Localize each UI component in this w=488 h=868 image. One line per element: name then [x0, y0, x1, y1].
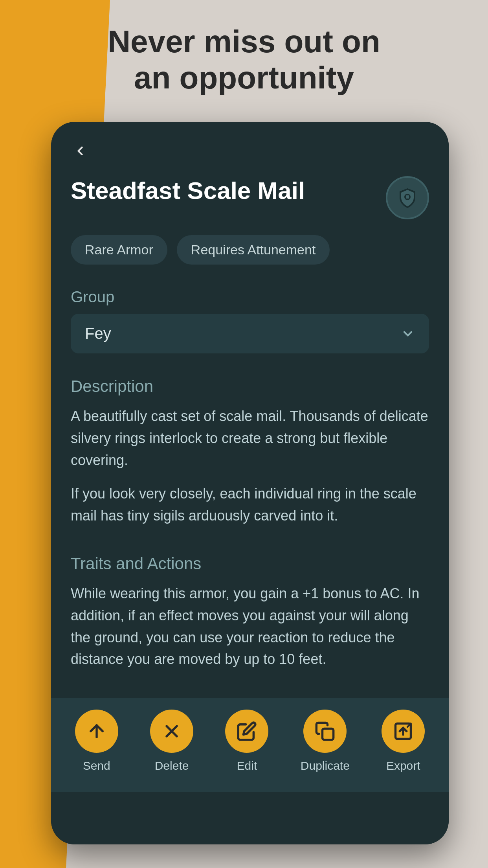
send-label: Send: [83, 759, 110, 772]
edit-button-circle[interactable]: [225, 710, 268, 753]
back-arrow-icon[interactable]: [71, 142, 90, 160]
export-button-circle[interactable]: [382, 710, 425, 753]
description-label: Description: [71, 377, 429, 396]
back-button[interactable]: [51, 122, 449, 168]
svg-rect-4: [323, 729, 334, 740]
duplicate-label: Duplicate: [301, 759, 350, 772]
export-label: Export: [386, 759, 420, 772]
item-title: Steadfast Scale Mail: [71, 176, 386, 205]
group-label: Group: [71, 288, 429, 306]
chevron-down-icon: [401, 327, 415, 341]
duplicate-action[interactable]: Duplicate: [301, 710, 350, 772]
send-icon: [86, 721, 107, 741]
badges-row: Rare Armor Requires Attunement: [51, 231, 449, 280]
group-dropdown-value: Fey: [85, 325, 111, 342]
armor-icon: [395, 185, 420, 210]
export-action[interactable]: Export: [382, 710, 425, 772]
export-icon: [393, 721, 413, 741]
duplicate-icon: [315, 721, 335, 741]
badge-rare-armor: Rare Armor: [71, 235, 167, 265]
traits-label: Traits and Actions: [71, 554, 429, 573]
delete-label: Delete: [155, 759, 189, 772]
traits-text: While wearing this armor, you gain a +1 …: [71, 583, 429, 678]
phone-screen: Steadfast Scale Mail Rare Armor Requires…: [51, 122, 449, 844]
header-line1: Never miss out on: [108, 24, 380, 59]
description-paragraph-2: If you look very closely, each individua…: [71, 483, 429, 527]
page-header: Never miss out on an opportunity: [0, 24, 488, 96]
group-section: Group Fey: [51, 280, 449, 365]
badge-requires-attunement: Requires Attunement: [177, 235, 330, 265]
item-header: Steadfast Scale Mail: [51, 168, 449, 231]
delete-action[interactable]: Delete: [150, 710, 193, 772]
delete-button-circle[interactable]: [150, 710, 193, 753]
edit-action[interactable]: Edit: [225, 710, 268, 772]
item-icon-circle: [386, 176, 429, 219]
group-dropdown[interactable]: Fey: [71, 314, 429, 353]
edit-label: Edit: [237, 759, 257, 772]
send-button-circle[interactable]: [75, 710, 118, 753]
phone-frame: Steadfast Scale Mail Rare Armor Requires…: [51, 122, 449, 844]
delete-icon: [161, 721, 182, 741]
traits-section: Traits and Actions While wearing this ar…: [51, 546, 449, 690]
send-action[interactable]: Send: [75, 710, 118, 772]
edit-icon: [237, 721, 257, 741]
description-section: Description A beautifully cast set of sc…: [51, 365, 449, 546]
action-bar: Send Delete: [51, 698, 449, 792]
description-paragraph-1: A beautifully cast set of scale mail. Th…: [71, 405, 429, 471]
duplicate-button-circle[interactable]: [303, 710, 347, 753]
header-line2: an opportunity: [134, 60, 354, 95]
